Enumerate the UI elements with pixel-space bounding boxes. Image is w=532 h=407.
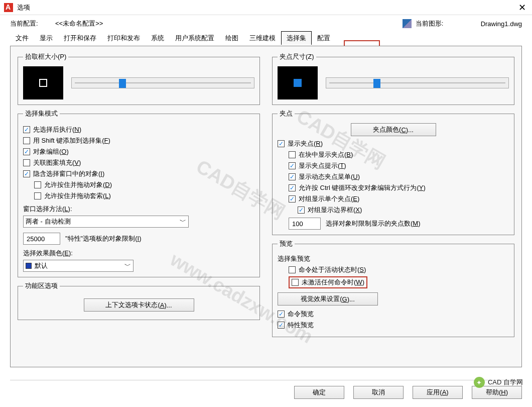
tab-file[interactable]: 文件: [10, 31, 34, 45]
annotation-red-highlight: 未激活任何命令时(W): [289, 276, 367, 288]
chevron-down-icon: ﹀: [124, 261, 131, 270]
current-drawing-label: 当前图形:: [416, 19, 461, 28]
selection-mode-checkbox-0[interactable]: 先选择后执行(N): [23, 125, 254, 134]
color-swatch: [26, 263, 32, 269]
tab-display[interactable]: 显示: [34, 31, 58, 45]
window-title: 选项: [17, 3, 30, 12]
selection-mode-checkbox-5[interactable]: 允许按住并拖动对象(D): [34, 180, 254, 189]
tab-user-prefs[interactable]: 用户系统配置: [170, 31, 220, 45]
pickbox-size-group: 拾取框大小(P): [18, 52, 260, 105]
object-limit-label: "特性"选项板的对象限制(I): [65, 234, 142, 243]
pickbox-size-legend: 拾取框大小(P): [23, 52, 68, 61]
drawing-icon: [403, 19, 412, 28]
grip-limit-input[interactable]: 100: [289, 218, 321, 230]
tab-profiles[interactable]: 配置: [312, 31, 336, 45]
selection-mode-checkbox-3[interactable]: 关联图案填充(V): [23, 158, 254, 167]
grip-option-checkbox-2[interactable]: 显示夹点提示(T): [289, 161, 509, 170]
window-method-select[interactable]: 两者 - 自动检测 ﹀: [23, 216, 189, 228]
object-limit-input[interactable]: 25000: [23, 233, 60, 245]
chevron-down-icon: ﹀: [180, 217, 186, 226]
grip-option-checkbox-5[interactable]: 对组显示单个夹点(E): [289, 194, 509, 204]
tab-system[interactable]: 系统: [146, 31, 170, 45]
tab-print-publish[interactable]: 打印和发布: [102, 31, 146, 45]
pickbox-size-slider[interactable]: [71, 77, 254, 88]
tab-open-save[interactable]: 打开和保存: [58, 31, 102, 45]
grips-group: 夹点 夹点颜色(C)... 显示夹点(R)在块中显示夹点(B)显示夹点提示(T)…: [272, 109, 514, 235]
grip-option-checkbox-4[interactable]: 允许按 Ctrl 键循环改变对象编辑方式行为(Y): [289, 183, 509, 192]
ok-button[interactable]: 确定: [294, 386, 344, 399]
help-button[interactable]: 帮助(H): [472, 386, 522, 399]
ribbon-options-legend: 功能区选项: [23, 281, 60, 290]
tab-selection[interactable]: 选择集: [281, 31, 312, 45]
grip-option-checkbox-3[interactable]: 显示动态夹点菜单(U): [289, 172, 509, 181]
selection-mode-legend: 选择集模式: [23, 109, 60, 118]
command-preview-checkbox[interactable]: 命令预览: [278, 310, 509, 319]
apply-button[interactable]: 应用(A): [413, 386, 463, 399]
grips-legend: 夹点: [278, 109, 295, 118]
grip-limit-label: 选择对象时限制显示的夹点数(M): [326, 219, 421, 228]
grip-size-slider[interactable]: [326, 77, 509, 88]
selection-effect-color-label: 选择效果颜色(E):: [23, 249, 254, 258]
selection-mode-checkbox-2[interactable]: 对象编组(O): [23, 147, 254, 156]
ribbon-options-group: 功能区选项 上下文选项卡状态(A)...: [18, 281, 260, 320]
selection-mode-group: 选择集模式 先选择后执行(N)用 Shift 键添加到选择集(F)对象编组(O)…: [18, 109, 260, 277]
visual-effect-settings-button[interactable]: 视觉效果设置(G)...: [278, 292, 378, 306]
grip-preview: [278, 66, 318, 99]
close-icon[interactable]: ✕: [516, 2, 528, 13]
grip-size-group: 夹点尺寸(Z): [272, 52, 514, 105]
grip-option-checkbox-6[interactable]: 对组显示边界框(X): [298, 206, 509, 215]
cancel-button[interactable]: 取消: [353, 386, 404, 399]
selection-preview-sub: 选择集预览: [278, 254, 509, 263]
preview-active-checkbox[interactable]: 命令处于活动状态时(S): [289, 265, 509, 274]
tab-drafting[interactable]: 绘图: [220, 31, 244, 45]
selection-mode-checkbox-6[interactable]: 允许按住并拖动套索(L): [34, 191, 254, 200]
grip-option-checkbox-1[interactable]: 在块中显示夹点(B): [289, 150, 509, 159]
preview-group: 预览 选择集预览 命令处于活动状态时(S) 未激活任何命令时(W) 视觉效果设置…: [272, 239, 514, 337]
current-config-label: 当前配置:: [10, 19, 55, 28]
grip-option-checkbox-0[interactable]: 显示夹点(R): [278, 139, 509, 148]
tab-3d-modeling[interactable]: 三维建模: [244, 31, 281, 45]
preview-inactive-checkbox[interactable]: 未激活任何命令时(W): [292, 278, 364, 287]
selection-mode-checkbox-4[interactable]: 隐含选择窗口中的对象(I): [23, 169, 254, 178]
current-config-value: <<未命名配置>>: [55, 19, 186, 28]
grip-colors-button[interactable]: 夹点颜色(C)...: [351, 123, 436, 136]
selection-effect-color-select[interactable]: 默认 ﹀: [23, 260, 134, 272]
current-drawing-value: Drawing1.dwg: [481, 20, 522, 28]
app-icon: [4, 3, 13, 12]
property-preview-checkbox[interactable]: 特性预览: [278, 321, 509, 330]
pickbox-preview: [23, 66, 63, 99]
window-method-label: 窗口选择方法(L):: [23, 205, 254, 214]
selection-mode-checkbox-1[interactable]: 用 Shift 键添加到选择集(F): [23, 136, 254, 145]
tab-strip: 文件 显示 打开和保存 打印和发布 系统 用户系统配置 绘图 三维建模 选择集 …: [0, 31, 532, 45]
contextual-tab-states-button[interactable]: 上下文选项卡状态(A)...: [84, 298, 194, 312]
preview-legend: 预览: [278, 239, 295, 248]
grip-size-legend: 夹点尺寸(Z): [278, 52, 316, 61]
